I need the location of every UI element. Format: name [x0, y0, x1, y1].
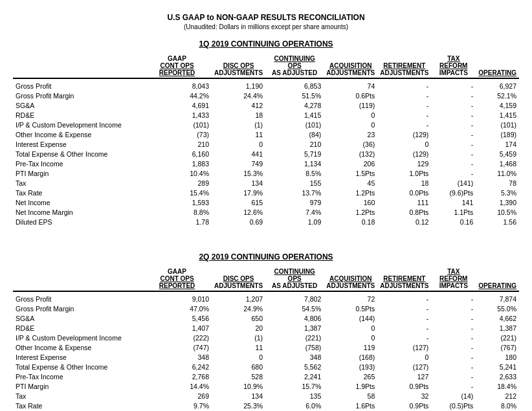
cell-0-3: 72: [324, 294, 377, 304]
cell-6-6: 180: [476, 352, 519, 362]
cell-9-3: 1.9Pts: [324, 381, 377, 391]
cell-12-6: 1,390: [476, 197, 519, 207]
cell-10-0: 289: [142, 178, 212, 188]
cell-3-4: -: [377, 110, 431, 120]
cell-6-4: 0: [377, 139, 431, 149]
cell-8-1: 528: [212, 372, 265, 381]
col-header-3: CONTINUING OPSAS ADJUSTED: [265, 267, 324, 291]
table-row: Gross Profit Margin47.0%24.9%54.5%0.5Pts…: [13, 304, 519, 313]
cell-11-6: 8.0%: [476, 401, 519, 410]
main-title: U.S GAAP to NON-GAAP RESULTS RECONCILIAT…: [13, 13, 519, 22]
cell-8-4: 129: [377, 159, 431, 168]
cell-11-0: 9.7%: [142, 401, 212, 410]
sub-title: (Unaudited: Dollars in millions except p…: [13, 23, 519, 30]
cell-9-4: 1.0Pts: [377, 168, 431, 178]
cell-7-2: 5,562: [265, 362, 324, 372]
row-label: Gross Profit Margin: [13, 304, 142, 313]
cell-6-3: (168): [324, 352, 377, 362]
cell-5-0: (73): [142, 129, 212, 139]
cell-2-2: 4,806: [265, 313, 324, 323]
cell-8-6: 1,468: [476, 159, 519, 168]
cell-3-5: -: [431, 323, 476, 333]
cell-3-6: 1,415: [476, 110, 519, 120]
cell-6-5: -: [431, 352, 476, 362]
row-label: Diluted EPS: [13, 217, 142, 227]
cell-9-4: 0.9Pts: [377, 381, 431, 391]
cell-8-5: -: [431, 372, 476, 381]
cell-6-1: 0: [212, 352, 265, 362]
cell-1-0: 47.0%: [142, 304, 212, 313]
cell-2-3: (119): [324, 100, 377, 110]
table-row: Pre-Tax Income1,8837491,134206129-1,468: [13, 159, 519, 168]
cell-9-0: 14.4%: [142, 381, 212, 391]
row-label: Tax Rate: [13, 188, 142, 197]
cell-7-5: -: [431, 149, 476, 159]
cell-11-3: 1.2Pts: [324, 188, 377, 197]
cell-2-1: 412: [212, 100, 265, 110]
col-header-1: GAAPCONT OPS REPORTED: [142, 267, 212, 291]
table-row: Other Income & Expense(747)11(758)119(12…: [13, 342, 519, 352]
table-row: Total Expense & Other Income6,1604415,71…: [13, 149, 519, 159]
row-label: Pre-Tax Income: [13, 159, 142, 168]
cell-5-0: (747): [142, 342, 212, 352]
cell-6-5: -: [431, 139, 476, 149]
cell-7-3: (193): [324, 362, 377, 372]
cell-6-0: 210: [142, 139, 212, 149]
cell-10-3: 58: [324, 391, 377, 401]
cell-3-4: -: [377, 323, 431, 333]
row-label: I/P & Custom Development Income: [13, 120, 142, 129]
cell-2-2: 4,278: [265, 100, 324, 110]
cell-5-6: (189): [476, 129, 519, 139]
cell-7-4: (127): [377, 362, 431, 372]
cell-6-4: 0: [377, 352, 431, 362]
table-row: Tax Rate9.7%25.3%6.0%1.6Pts0.9Pts(0.5)Pt…: [13, 401, 519, 410]
cell-5-2: (84): [265, 129, 324, 139]
cell-8-4: 127: [377, 372, 431, 381]
row-label: Net Income: [13, 197, 142, 207]
cell-3-3: 0: [324, 323, 377, 333]
table-row: I/P & Custom Development Income(101)(1)(…: [13, 120, 519, 129]
col-header-2: DISC OPSADJUSTMENTS: [212, 267, 265, 291]
col-header-3: CONTINUING OPSAS ADJUSTED: [265, 54, 324, 78]
cell-3-0: 1,433: [142, 110, 212, 120]
cell-11-2: 6.0%: [265, 401, 324, 410]
row-label: SG&A: [13, 313, 142, 323]
row-label: PTI Margin: [13, 168, 142, 178]
cell-0-5: -: [431, 81, 476, 91]
cell-10-6: 212: [476, 391, 519, 401]
cell-11-1: 17.9%: [212, 188, 265, 197]
cell-6-6: 174: [476, 139, 519, 149]
cell-7-4: (129): [377, 149, 431, 159]
cell-9-3: 1.5Pts: [324, 168, 377, 178]
cell-7-0: 6,160: [142, 149, 212, 159]
cell-10-4: 18: [377, 178, 431, 188]
cell-5-6: (767): [476, 342, 519, 352]
cell-7-2: 5,719: [265, 149, 324, 159]
row-label: RD&E: [13, 323, 142, 333]
row-label: PTI Margin: [13, 381, 142, 391]
cell-4-4: -: [377, 120, 431, 129]
cell-2-1: 650: [212, 313, 265, 323]
cell-13-0: 8.8%: [142, 207, 212, 217]
cell-14-2: 1.09: [265, 217, 324, 227]
table-row: I/P & Custom Development Income(222)(1)(…: [13, 333, 519, 342]
cell-5-1: 11: [212, 342, 265, 352]
row-label: Net Income Margin: [13, 207, 142, 217]
cell-13-4: 0.8Pts: [377, 207, 431, 217]
cell-13-5: 1.1Pts: [431, 207, 476, 217]
cell-4-3: 0: [324, 120, 377, 129]
row-label: Total Expense & Other Income: [13, 362, 142, 372]
cell-8-3: 265: [324, 372, 377, 381]
cell-6-0: 348: [142, 352, 212, 362]
cell-0-5: -: [431, 294, 476, 304]
cell-11-3: 1.6Pts: [324, 401, 377, 410]
table-row: SG&A5,4566504,806(144)--4,662: [13, 313, 519, 323]
cell-3-2: 1,415: [265, 110, 324, 120]
cell-3-3: 0: [324, 110, 377, 120]
cell-0-1: 1,207: [212, 294, 265, 304]
cell-10-0: 269: [142, 391, 212, 401]
cell-9-5: -: [431, 381, 476, 391]
table-row: Net Income1,5936159791601111411,390: [13, 197, 519, 207]
cell-13-1: 12.6%: [212, 207, 265, 217]
row-label: Gross Profit: [13, 294, 142, 304]
